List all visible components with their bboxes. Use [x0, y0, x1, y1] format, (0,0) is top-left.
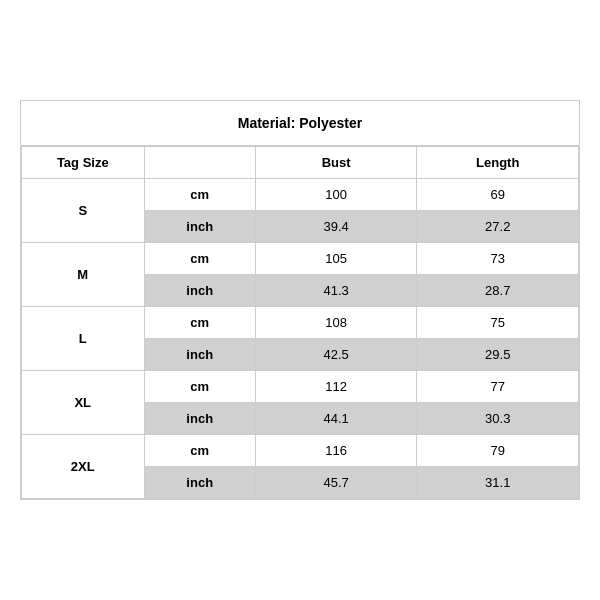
bust-inch-cell: 42.5 — [255, 339, 417, 371]
length-cm-cell: 75 — [417, 307, 579, 339]
length-inch-cell: 29.5 — [417, 339, 579, 371]
unit-cm-cell: cm — [144, 243, 255, 275]
size-table: Tag Size Bust Length Scm10069inch39.427.… — [21, 146, 579, 499]
tag-size-header: Tag Size — [22, 147, 145, 179]
unit-cm-cell: cm — [144, 371, 255, 403]
bust-inch-cell: 39.4 — [255, 211, 417, 243]
unit-header — [144, 147, 255, 179]
size-cell: 2XL — [22, 435, 145, 499]
bust-inch-cell: 45.7 — [255, 467, 417, 499]
length-inch-cell: 30.3 — [417, 403, 579, 435]
size-cell: M — [22, 243, 145, 307]
bust-cm-cell: 112 — [255, 371, 417, 403]
size-cell: XL — [22, 371, 145, 435]
size-cell: L — [22, 307, 145, 371]
unit-inch-cell: inch — [144, 467, 255, 499]
table-row: Lcm10875 — [22, 307, 579, 339]
length-cm-cell: 73 — [417, 243, 579, 275]
table-row: 2XLcm11679 — [22, 435, 579, 467]
unit-cm-cell: cm — [144, 179, 255, 211]
unit-cm-cell: cm — [144, 435, 255, 467]
length-inch-cell: 27.2 — [417, 211, 579, 243]
bust-cm-cell: 105 — [255, 243, 417, 275]
length-inch-cell: 31.1 — [417, 467, 579, 499]
bust-cm-cell: 116 — [255, 435, 417, 467]
unit-inch-cell: inch — [144, 211, 255, 243]
chart-title: Material: Polyester — [21, 101, 579, 146]
unit-inch-cell: inch — [144, 339, 255, 371]
length-header: Length — [417, 147, 579, 179]
length-cm-cell: 79 — [417, 435, 579, 467]
table-row: XLcm11277 — [22, 371, 579, 403]
bust-inch-cell: 44.1 — [255, 403, 417, 435]
bust-inch-cell: 41.3 — [255, 275, 417, 307]
unit-inch-cell: inch — [144, 275, 255, 307]
unit-cm-cell: cm — [144, 307, 255, 339]
bust-header: Bust — [255, 147, 417, 179]
length-cm-cell: 69 — [417, 179, 579, 211]
length-cm-cell: 77 — [417, 371, 579, 403]
size-cell: S — [22, 179, 145, 243]
size-chart-container: Material: Polyester Tag Size Bust Length… — [20, 100, 580, 500]
length-inch-cell: 28.7 — [417, 275, 579, 307]
bust-cm-cell: 108 — [255, 307, 417, 339]
table-row: Mcm10573 — [22, 243, 579, 275]
unit-inch-cell: inch — [144, 403, 255, 435]
table-row: Scm10069 — [22, 179, 579, 211]
bust-cm-cell: 100 — [255, 179, 417, 211]
